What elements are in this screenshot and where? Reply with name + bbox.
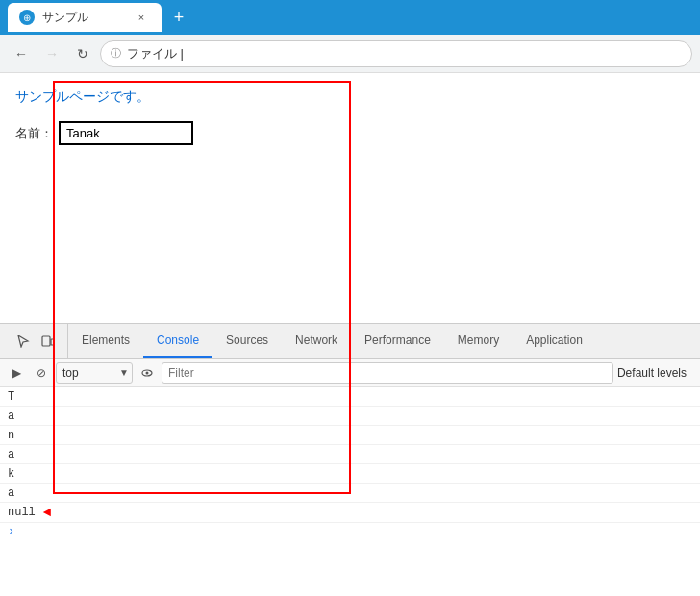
clear-console-button[interactable]: ⊘: [31, 362, 52, 384]
page-content: サンプルページです。 名前：: [0, 73, 700, 323]
page-intro: サンプルページです。: [15, 88, 685, 106]
eye-button[interactable]: [137, 362, 158, 384]
tab-close-button[interactable]: ×: [133, 9, 150, 26]
refresh-button[interactable]: ↻: [69, 40, 96, 67]
nav-bar: ← → ↻ ⓘ ファイル |: [0, 35, 700, 73]
forward-button[interactable]: →: [38, 40, 65, 67]
address-text: ファイル |: [127, 45, 184, 62]
console-line-a3: a: [0, 484, 700, 503]
console-output: T a n a k a null ◄ ›: [0, 387, 700, 596]
console-toolbar: ▶ ⊘ top ▼ Default levels: [0, 359, 700, 387]
browser-chrome: ⊕ サンプル × + ← → ↻ ⓘ ファイル |: [0, 0, 700, 73]
null-value: null: [8, 506, 36, 519]
svg-rect-0: [42, 336, 50, 346]
prompt-icon: ›: [8, 525, 14, 538]
browser-tab[interactable]: ⊕ サンプル ×: [8, 3, 162, 32]
address-info-icon: ⓘ: [111, 46, 121, 61]
tab-favicon: ⊕: [19, 10, 35, 25]
null-arrow-icon: ◄: [43, 505, 51, 520]
cursor-icon-btn[interactable]: [12, 330, 35, 353]
devtools-panel: Elements Console Sources Network Perform…: [0, 323, 700, 596]
devtools-icon-buttons: [4, 324, 68, 358]
console-line-n: n: [0, 426, 700, 445]
devtools-tabs: Elements Console Sources Network Perform…: [0, 324, 700, 359]
console-line-k: k: [0, 464, 700, 484]
tab-application[interactable]: Application: [512, 324, 596, 358]
tab-performance[interactable]: Performance: [351, 324, 444, 358]
run-script-button[interactable]: ▶: [6, 362, 27, 384]
console-line-a1: a: [0, 407, 700, 426]
device-icon-btn[interactable]: [37, 330, 60, 353]
tab-elements[interactable]: Elements: [68, 324, 143, 358]
address-bar[interactable]: ⓘ ファイル |: [100, 40, 692, 67]
name-input[interactable]: [59, 121, 193, 145]
form-label: 名前：: [15, 125, 53, 142]
tab-console[interactable]: Console: [143, 324, 212, 358]
console-line-null: null ◄: [0, 503, 700, 523]
context-selector-wrapper: top ▼: [56, 362, 133, 384]
console-line-T: T: [0, 387, 700, 407]
tab-memory[interactable]: Memory: [444, 324, 512, 358]
console-line-a2: a: [0, 445, 700, 464]
context-selector[interactable]: top: [56, 362, 133, 384]
tab-network[interactable]: Network: [282, 324, 351, 358]
svg-rect-1: [51, 339, 54, 345]
tab-sources[interactable]: Sources: [212, 324, 282, 358]
svg-point-3: [146, 371, 149, 374]
back-button[interactable]: ←: [8, 40, 35, 67]
new-tab-button[interactable]: +: [165, 4, 192, 31]
title-bar: ⊕ サンプル × +: [0, 0, 700, 35]
form-row: 名前：: [15, 121, 685, 145]
tab-title: サンプル: [42, 10, 88, 26]
filter-input[interactable]: [162, 362, 613, 384]
default-levels-label: Default levels: [617, 366, 694, 380]
console-prompt[interactable]: ›: [0, 523, 700, 540]
